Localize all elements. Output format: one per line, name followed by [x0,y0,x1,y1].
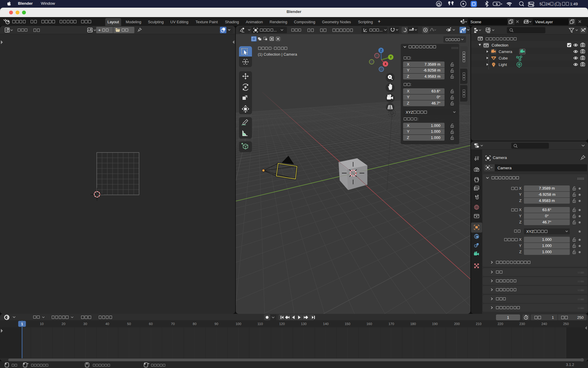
svg-text:60: 60 [149,322,153,326]
svg-text:100: 100 [235,322,241,326]
svg-text:210: 210 [476,322,481,326]
svg-text:120: 120 [279,322,285,326]
svg-text:70: 70 [171,322,175,326]
svg-text:Z: Z [380,49,382,52]
svg-text:200: 200 [454,322,460,326]
svg-text:10: 10 [40,322,44,326]
svg-text:170: 170 [388,322,394,326]
svg-text:130: 130 [301,322,306,326]
svg-text:80: 80 [193,322,197,326]
svg-text:250: 250 [563,322,569,326]
svg-text:150: 150 [345,322,350,326]
svg-text:240: 240 [541,322,547,326]
svg-text:190: 190 [432,322,437,326]
svg-text:1: 1 [21,322,23,326]
svg-text:160: 160 [366,322,372,326]
svg-text:140: 140 [323,322,328,326]
svg-text:50: 50 [127,322,131,326]
svg-text:20: 20 [62,322,66,326]
svg-text:X: X [385,62,387,66]
svg-text:110: 110 [258,322,263,326]
svg-text:40: 40 [106,322,109,326]
svg-text:30: 30 [83,322,87,326]
svg-text:180: 180 [410,322,416,326]
svg-text:Y: Y [390,56,392,59]
svg-text:90: 90 [215,322,218,326]
svg-text:230: 230 [519,322,525,326]
svg-text:220: 220 [497,322,503,326]
